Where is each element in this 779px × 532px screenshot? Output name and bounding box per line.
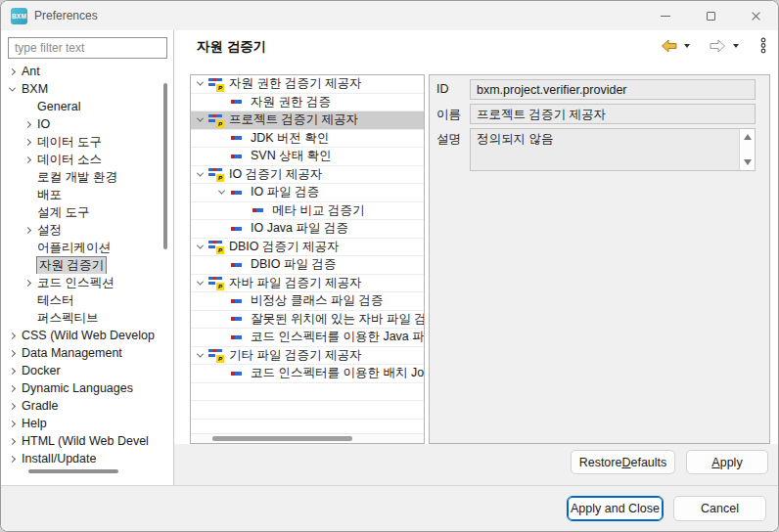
chevron-icon[interactable] bbox=[197, 278, 204, 285]
sidebar-item[interactable]: 설정 bbox=[2, 221, 160, 239]
tree-horizontal-scrollbar-thumb[interactable] bbox=[212, 436, 352, 441]
tree-row[interactable]: P 잘못된 위치에 있는 자바 파일 검 bbox=[191, 311, 424, 330]
sidebar-item[interactable]: 코드 인스펙션 bbox=[2, 274, 160, 291]
tree-row[interactable]: P 프로젝트 검증기 제공자 bbox=[191, 111, 424, 130]
tree-row[interactable]: P bbox=[191, 383, 424, 402]
sidebar-horizontal-scrollbar[interactable] bbox=[28, 469, 118, 473]
chevron-icon[interactable] bbox=[9, 402, 16, 409]
chevron-icon[interactable] bbox=[24, 155, 31, 162]
tree-row[interactable]: P IO Java 파일 검증 bbox=[191, 220, 424, 239]
sidebar-item[interactable]: 어플리케이션 bbox=[2, 239, 160, 256]
tree-row[interactable]: P 코드 인스펙터를 이용한 Java 파일 bbox=[191, 329, 424, 347]
name-field[interactable]: 프로젝트 검증기 제공자 bbox=[470, 104, 756, 124]
scroll-down-icon[interactable] bbox=[744, 159, 752, 165]
chevron-icon[interactable] bbox=[24, 279, 31, 286]
chevron-icon[interactable] bbox=[9, 332, 16, 338]
minimize-button[interactable] bbox=[643, 1, 688, 30]
sidebar-item[interactable]: Help bbox=[2, 415, 160, 432]
description-scrollbar[interactable] bbox=[739, 129, 755, 170]
tree-row-label: 비정상 클래스 파일 검증 bbox=[251, 292, 383, 309]
chevron-icon[interactable] bbox=[24, 138, 31, 145]
chevron-icon[interactable] bbox=[9, 437, 16, 444]
verifier-icon: P bbox=[230, 367, 246, 380]
chevron-icon[interactable] bbox=[218, 188, 225, 195]
sidebar-item[interactable]: Install/Update bbox=[2, 450, 160, 467]
view-menu-icon[interactable] bbox=[758, 37, 768, 54]
sidebar-item[interactable]: CSS (Wild Web Develop bbox=[2, 327, 160, 344]
verifier-icon: P bbox=[230, 95, 246, 109]
sidebar-item-label: IO bbox=[37, 117, 50, 131]
sidebar-item[interactable]: 데이터 소스 bbox=[2, 151, 160, 168]
chevron-icon[interactable] bbox=[24, 226, 31, 233]
close-button[interactable] bbox=[733, 1, 778, 30]
apply-and-close-button[interactable]: Apply and Close bbox=[567, 496, 664, 521]
chevron-icon[interactable] bbox=[197, 242, 204, 248]
chevron-icon[interactable] bbox=[9, 84, 16, 91]
tree-row[interactable]: P DBIO 검증기 제공자 bbox=[191, 239, 424, 257]
sidebar-item-label: Help bbox=[22, 417, 47, 430]
sidebar-item[interactable]: General bbox=[2, 98, 160, 115]
sidebar-item[interactable]: 퍼스펙티브 bbox=[2, 309, 160, 327]
page-title: 자원 검증기 bbox=[197, 38, 266, 56]
chevron-icon[interactable] bbox=[9, 455, 16, 462]
description-text: 정의되지 않음 bbox=[477, 132, 553, 146]
sidebar-vertical-scrollbar[interactable] bbox=[163, 83, 167, 249]
tree-row-label: 코드 인스펙터를 이용한 배치 Job bbox=[251, 365, 424, 381]
tree-row[interactable]: P SVN 상태 확인 bbox=[191, 148, 424, 166]
chevron-icon[interactable] bbox=[9, 420, 16, 426]
tree-row[interactable]: P 비정상 클래스 파일 검증 bbox=[191, 292, 424, 311]
chevron-icon[interactable] bbox=[9, 349, 16, 356]
tree-row[interactable]: P DBIO 파일 검증 bbox=[191, 256, 424, 275]
maximize-button[interactable] bbox=[688, 1, 733, 30]
apply-button[interactable]: Apply bbox=[686, 450, 768, 474]
chevron-icon[interactable] bbox=[197, 350, 204, 357]
sidebar-item[interactable]: 설계 도구 bbox=[2, 203, 160, 221]
tree-row[interactable]: P IO 검증기 제공자 bbox=[191, 166, 424, 185]
filter-input[interactable] bbox=[8, 37, 167, 59]
forward-icon[interactable] bbox=[710, 38, 726, 54]
tree-horizontal-scrollbar-track[interactable] bbox=[191, 433, 424, 443]
tree-row[interactable]: P IO 파일 검증 bbox=[191, 184, 424, 202]
chevron-icon[interactable] bbox=[197, 115, 204, 122]
verifier-icon: P bbox=[208, 77, 224, 91]
tree-row[interactable]: P 자원 권한 검증 bbox=[191, 94, 424, 112]
tree-row[interactable]: P 기타 파일 검증기 제공자 bbox=[191, 347, 424, 366]
chevron-icon[interactable] bbox=[197, 79, 204, 86]
chevron-icon[interactable] bbox=[24, 120, 31, 127]
sidebar-item[interactable]: HTML (Wild Web Devel bbox=[2, 432, 160, 450]
chevron-icon[interactable] bbox=[197, 169, 204, 176]
sidebar-item[interactable]: BXM bbox=[2, 80, 160, 98]
cancel-button[interactable]: Cancel bbox=[673, 496, 766, 521]
restore-defaults-button[interactable]: Restore Defaults bbox=[571, 450, 675, 474]
tree-row[interactable]: P JDK 버전 확인 bbox=[191, 130, 424, 149]
sidebar-item-label: 퍼스펙티브 bbox=[37, 310, 99, 327]
tree-row[interactable]: P bbox=[191, 401, 424, 420]
tree-row[interactable]: P 메타 비교 검증기 bbox=[191, 202, 424, 221]
sidebar-item-label: 로컬 개발 환경 bbox=[37, 169, 117, 186]
sidebar-item[interactable]: 배포 bbox=[2, 186, 160, 203]
scroll-up-icon[interactable] bbox=[744, 134, 752, 140]
sidebar-item[interactable]: Docker bbox=[2, 362, 160, 379]
sidebar-item[interactable]: 로컬 개발 환경 bbox=[2, 168, 160, 186]
back-icon[interactable] bbox=[661, 38, 677, 54]
sidebar-item[interactable]: 데이터 도구 bbox=[2, 133, 160, 151]
description-field[interactable]: 정의되지 않음 bbox=[470, 128, 756, 171]
back-dropdown-icon[interactable] bbox=[684, 44, 690, 48]
sidebar-item[interactable]: Ant bbox=[2, 63, 160, 80]
sidebar-item[interactable]: Dynamic Languages bbox=[2, 379, 160, 397]
sidebar-item-label: Gradle bbox=[22, 399, 59, 413]
forward-dropdown-icon[interactable] bbox=[733, 44, 739, 48]
chevron-icon[interactable] bbox=[9, 367, 16, 374]
tree-row[interactable]: P 자원 권한 검증기 제공자 bbox=[191, 75, 424, 94]
sidebar-item[interactable]: Gradle bbox=[2, 397, 160, 415]
tree-row[interactable]: P 코드 인스펙터를 이용한 배치 Job bbox=[191, 365, 424, 383]
tree-row-label: 잘못된 위치에 있는 자바 파일 검 bbox=[251, 311, 424, 328]
id-field[interactable]: bxm.project.verifier.provider bbox=[470, 79, 756, 100]
tree-row[interactable]: P 자바 파일 검증기 제공자 bbox=[191, 275, 424, 293]
chevron-icon[interactable] bbox=[9, 67, 16, 74]
sidebar-item[interactable]: 자원 검증기 bbox=[2, 256, 160, 274]
sidebar-item[interactable]: IO bbox=[2, 115, 160, 133]
sidebar-item[interactable]: 테스터 bbox=[2, 291, 160, 309]
sidebar-item[interactable]: Data Management bbox=[2, 344, 160, 362]
chevron-icon[interactable] bbox=[9, 384, 16, 391]
